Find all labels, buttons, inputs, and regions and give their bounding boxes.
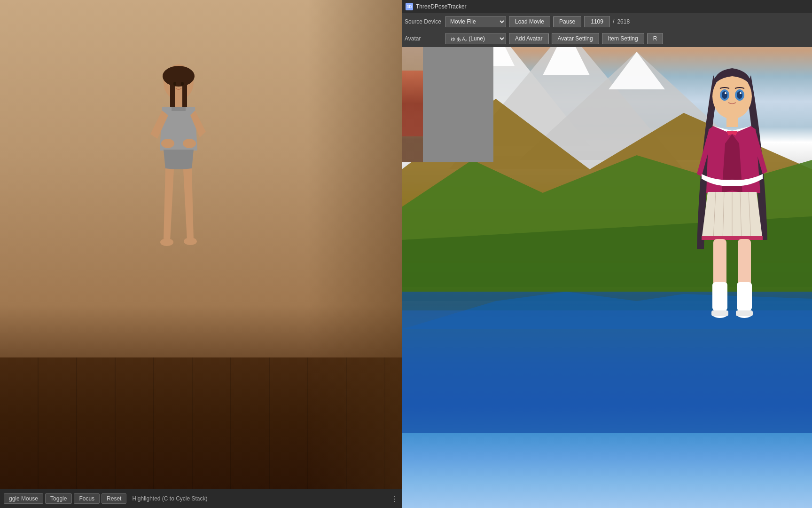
svg-point-8 [161, 139, 174, 148]
app-title: ThreeDPoseTracker [416, 3, 467, 10]
svg-rect-7 [172, 107, 186, 111]
avatar-label: Avatar [405, 35, 442, 42]
svg-rect-41 [737, 282, 752, 310]
character-3d [136, 56, 221, 320]
titlebar: 3D ThreeDPoseTracker [402, 0, 812, 13]
focus-button[interactable]: Focus [74, 493, 100, 504]
svg-rect-40 [712, 282, 727, 310]
svg-point-5 [181, 82, 184, 86]
svg-point-9 [183, 139, 196, 148]
load-movie-button[interactable]: Load Movie [509, 16, 550, 27]
bottom-toolbar: ggle Mouse Toggle Focus Reset Highlighte… [0, 489, 402, 508]
controlbar-avatar: Avatar ゅぁん (Lune) Add Avatar Avatar Sett… [402, 30, 812, 47]
right-panel: 3D ThreeDPoseTracker Source Device Movie… [402, 0, 812, 508]
toolbar-menu-icon[interactable]: ⋮ [390, 494, 398, 503]
source-device-select[interactable]: Movie File Web Camera NDI [445, 16, 506, 27]
wall-shadow [308, 0, 402, 508]
svg-point-1 [163, 66, 195, 87]
app-icon: 3D [406, 3, 413, 10]
left-viewport: ggle Mouse Toggle Focus Reset Highlighte… [0, 0, 402, 508]
reset-button[interactable]: Reset [102, 493, 126, 504]
svg-point-11 [184, 238, 197, 245]
svg-rect-6 [175, 98, 182, 107]
toggle-mouse-button[interactable]: ggle Mouse [4, 493, 43, 504]
record-button[interactable]: R [647, 33, 664, 44]
frame-separator: / [613, 18, 614, 25]
svg-rect-37 [702, 236, 763, 240]
svg-rect-45 [736, 310, 753, 316]
svg-point-4 [173, 82, 176, 86]
svg-point-10 [160, 238, 173, 246]
svg-point-30 [740, 92, 742, 94]
source-device-label: Source Device [405, 18, 442, 25]
frame-current-input[interactable]: 1109 [584, 16, 610, 27]
svg-rect-44 [711, 310, 728, 316]
item-setting-button[interactable]: Item Setting [602, 33, 644, 44]
toggle-button[interactable]: Toggle [45, 493, 72, 504]
add-avatar-button[interactable]: Add Avatar [509, 33, 549, 44]
cursor-indicator [580, 174, 584, 178]
frame-total: 2618 [617, 18, 630, 25]
avatar-setting-button[interactable]: Avatar Setting [552, 33, 599, 44]
avatar-select[interactable]: ゅぁん (Lune) [445, 33, 506, 44]
svg-point-28 [737, 91, 742, 99]
svg-rect-31 [726, 117, 738, 127]
controlbar-source: Source Device Movie File Web Camera NDI … [402, 13, 812, 30]
pause-button[interactable]: Pause [553, 16, 581, 27]
svg-point-27 [722, 91, 727, 99]
anime-character [671, 61, 793, 400]
toolbar-status: Highlighted (C to Cycle Stack) [132, 495, 207, 502]
preview-thumbnail [402, 47, 493, 162]
svg-point-29 [725, 92, 726, 94]
